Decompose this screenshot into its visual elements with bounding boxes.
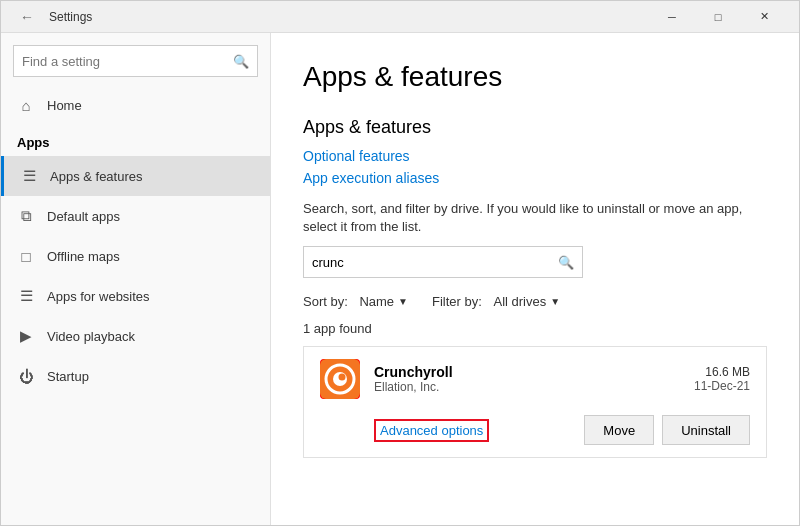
sidebar-item-apps-for-websites[interactable]: ☰ Apps for websites: [1, 276, 270, 316]
sort-label: Sort by:: [303, 294, 348, 309]
filter-value: All drives: [493, 294, 546, 309]
sidebar-search-container: 🔍: [13, 45, 258, 77]
app-item-bottom-row: Advanced options Move Uninstall: [304, 411, 766, 457]
app-item-header: Crunchyroll Ellation, Inc. 16.6 MB 11-De…: [304, 347, 766, 411]
crunchyroll-logo-svg: [320, 359, 360, 399]
filter-dropdown[interactable]: Filter by: All drives ▼: [432, 294, 560, 309]
minimize-button[interactable]: ─: [649, 1, 695, 33]
app-size: 16.6 MB: [694, 365, 750, 379]
apps-count: 1 app found: [303, 321, 767, 336]
filter-row: Sort by: Name ▼ Filter by: All drives ▼: [303, 294, 767, 309]
description-text: Search, sort, and filter by drive. If yo…: [303, 200, 767, 236]
sidebar-item-video-playback-label: Video playback: [47, 329, 135, 344]
close-button[interactable]: ✕: [741, 1, 787, 33]
app-search-input[interactable]: [312, 255, 558, 270]
sidebar-search-icon: 🔍: [233, 54, 249, 69]
title-bar: ← Settings ─ □ ✕: [1, 1, 799, 33]
sort-dropdown-arrow: ▼: [398, 296, 408, 307]
sidebar: 🔍 ⌂ Home Apps ☰ Apps & features ⧉ Defaul…: [1, 33, 271, 525]
sidebar-search-input[interactable]: [22, 54, 233, 69]
app-logo: [320, 359, 360, 399]
optional-features-link[interactable]: Optional features: [303, 148, 767, 164]
section-subtitle: Apps & features: [303, 117, 767, 138]
sort-value: Name: [359, 294, 394, 309]
filter-label: Filter by:: [432, 294, 482, 309]
uninstall-button[interactable]: Uninstall: [662, 415, 750, 445]
sidebar-item-apps-features[interactable]: ☰ Apps & features: [1, 156, 270, 196]
app-name: Crunchyroll: [374, 364, 680, 380]
app-buttons: Move Uninstall: [584, 415, 750, 445]
title-bar-title: Settings: [49, 10, 92, 24]
advanced-options-link[interactable]: Advanced options: [374, 419, 489, 442]
title-bar-left: ← Settings: [13, 3, 92, 31]
svg-point-3: [339, 374, 346, 381]
sidebar-item-startup-label: Startup: [47, 369, 89, 384]
sidebar-item-apps-for-websites-label: Apps for websites: [47, 289, 150, 304]
sidebar-item-video-playback[interactable]: ▶ Video playback: [1, 316, 270, 356]
app-date: 11-Dec-21: [694, 379, 750, 393]
app-item-crunchyroll: Crunchyroll Ellation, Inc. 16.6 MB 11-De…: [303, 346, 767, 458]
sidebar-item-startup[interactable]: ⏻ Startup: [1, 356, 270, 396]
sidebar-home-label: Home: [47, 98, 82, 113]
app-info: Crunchyroll Ellation, Inc.: [374, 364, 680, 394]
settings-window: ← Settings ─ □ ✕ 🔍 ⌂ Home Apps: [0, 0, 800, 526]
apps-for-websites-icon: ☰: [17, 287, 35, 305]
video-playback-icon: ▶: [17, 327, 35, 345]
filter-dropdown-arrow: ▼: [550, 296, 560, 307]
sort-dropdown[interactable]: Sort by: Name ▼: [303, 294, 408, 309]
offline-maps-icon: □: [17, 247, 35, 265]
sidebar-item-default-apps[interactable]: ⧉ Default apps: [1, 196, 270, 236]
app-execution-aliases-link[interactable]: App execution aliases: [303, 170, 767, 186]
home-icon: ⌂: [17, 96, 35, 114]
content-area: 🔍 ⌂ Home Apps ☰ Apps & features ⧉ Defaul…: [1, 33, 799, 525]
sidebar-item-home[interactable]: ⌂ Home: [1, 85, 270, 125]
app-size-date: 16.6 MB 11-Dec-21: [694, 365, 750, 393]
title-bar-controls: ─ □ ✕: [649, 1, 787, 33]
startup-icon: ⏻: [17, 367, 35, 385]
main-content: Apps & features Apps & features Optional…: [271, 33, 799, 525]
sidebar-section-label: Apps: [1, 125, 270, 156]
apps-features-icon: ☰: [20, 167, 38, 185]
app-search-container: 🔍: [303, 246, 583, 278]
back-button[interactable]: ←: [13, 3, 41, 31]
sidebar-item-default-apps-label: Default apps: [47, 209, 120, 224]
app-search-icon: 🔍: [558, 255, 574, 270]
app-publisher: Ellation, Inc.: [374, 380, 680, 394]
default-apps-icon: ⧉: [17, 207, 35, 225]
maximize-button[interactable]: □: [695, 1, 741, 33]
sidebar-item-offline-maps[interactable]: □ Offline maps: [1, 236, 270, 276]
page-title: Apps & features: [303, 61, 767, 93]
move-button[interactable]: Move: [584, 415, 654, 445]
sidebar-item-apps-features-label: Apps & features: [50, 169, 143, 184]
sidebar-item-offline-maps-label: Offline maps: [47, 249, 120, 264]
